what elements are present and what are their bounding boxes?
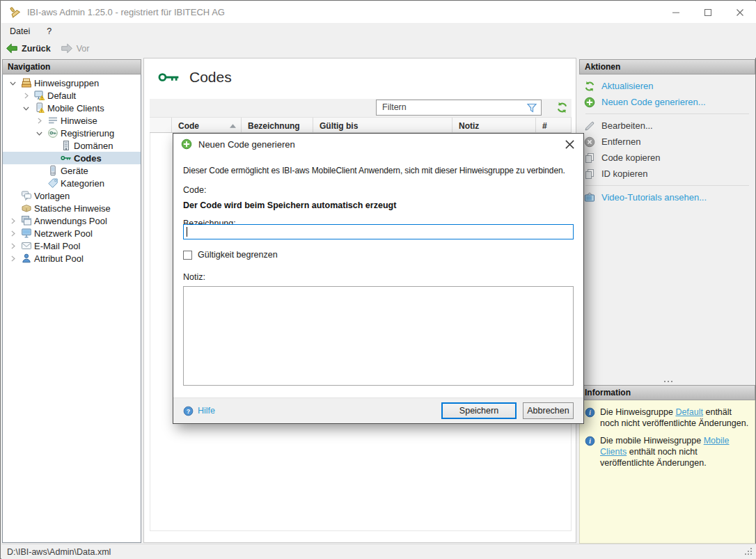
network-icon xyxy=(21,228,32,239)
info-item: iDie Hinweisgruppe Default enthält noch … xyxy=(580,400,755,429)
add-icon xyxy=(181,139,192,150)
filter-input[interactable]: Filtern xyxy=(376,100,542,116)
key-icon xyxy=(158,71,180,84)
column-header-gültig-bis[interactable]: Gültig bis xyxy=(313,118,452,132)
svg-text:?: ? xyxy=(187,407,190,414)
nav-item-netzwerk-pool[interactable]: Netzwerk Pool xyxy=(3,227,141,239)
chevron-down-icon[interactable] xyxy=(20,104,32,113)
column-header-notiz[interactable]: Notiz xyxy=(452,118,536,132)
column-header-bezeichnung[interactable]: Bezeichnung xyxy=(242,118,313,132)
nav-item-mobile-clients[interactable]: Mobile Clients xyxy=(3,102,141,114)
chevron-right-icon[interactable] xyxy=(20,91,32,100)
bezeichnung-input[interactable] xyxy=(183,224,574,239)
chevron-right-icon[interactable] xyxy=(7,254,19,263)
nav-item-label: Domänen xyxy=(74,141,113,151)
expander-spacer xyxy=(7,191,19,200)
code-value: Der Code wird beim Speichern automatisch… xyxy=(183,200,396,210)
sort-asc-icon xyxy=(230,124,236,128)
nav-item-kategorien[interactable]: Kategorien xyxy=(3,177,141,189)
maximize-button[interactable] xyxy=(692,1,724,23)
minimize-button[interactable] xyxy=(660,1,692,23)
refresh-button[interactable] xyxy=(556,102,568,113)
save-button[interactable]: Speichern xyxy=(441,402,517,419)
status-bar: D:\IBI-aws\Admin\Data.xml xyxy=(1,544,756,559)
nav-item-label: Attribut Pool xyxy=(34,253,84,264)
nav-item-label: Hinweise xyxy=(61,116,97,126)
text-caret xyxy=(187,227,187,237)
dialog-title-bar: Neuen Code generieren xyxy=(173,134,583,155)
action-bearbeiten[interactable]: Bearbeiten... xyxy=(579,118,755,134)
page-title-row: Codes xyxy=(158,69,232,86)
dialog-close-button[interactable] xyxy=(565,139,575,150)
nav-item-label: Geräte xyxy=(61,166,88,176)
expander-spacer xyxy=(7,204,19,213)
action-code-kopieren[interactable]: Code kopieren xyxy=(579,150,755,166)
resize-grip-icon[interactable] xyxy=(745,548,753,556)
notes-icon xyxy=(47,115,58,126)
chevron-down-icon[interactable] xyxy=(7,79,19,88)
chevron-right-icon[interactable] xyxy=(33,116,45,125)
action-id-kopieren[interactable]: ID kopieren xyxy=(579,166,755,182)
nav-item-label: Hinweisgruppen xyxy=(34,78,99,88)
action-label: Code kopieren xyxy=(601,152,661,163)
splitter-grip[interactable] xyxy=(579,377,755,385)
nav-item-hinweisgruppen[interactable]: Hinweisgruppen xyxy=(3,77,141,89)
actions-header: Aktionen xyxy=(579,59,755,74)
chevron-right-icon[interactable] xyxy=(7,242,19,251)
action-entfernen[interactable]: Entfernen xyxy=(579,134,755,150)
menu-bar: Datei ? xyxy=(1,23,756,39)
action-video-tutorials-ansehen[interactable]: Video-Tutorials ansehen... xyxy=(579,189,755,205)
tv-icon xyxy=(584,192,595,203)
nav-item-hinweise[interactable]: Hinweise xyxy=(3,114,141,127)
nav-item-domänen[interactable]: Domänen xyxy=(3,139,141,152)
action-aktualisieren[interactable]: Aktualisieren xyxy=(579,78,755,94)
info-link-default[interactable]: Default xyxy=(675,407,703,417)
nav-item-label: Statische Hinweise xyxy=(34,203,111,214)
nav-item-anwendungs-pool[interactable]: Anwendungs Pool xyxy=(3,214,141,227)
help-link[interactable]: ? Hilfe xyxy=(183,406,215,416)
action-label: ID kopieren xyxy=(601,168,647,179)
nav-item-e-mail-pool[interactable]: E-Mail Pool xyxy=(3,239,141,252)
nav-item-statische-hinweise[interactable]: Statische Hinweise xyxy=(3,202,141,214)
back-button[interactable]: Zurück xyxy=(6,43,51,54)
monitor-warning-icon xyxy=(34,90,45,101)
menu-help[interactable]: ? xyxy=(47,26,52,36)
action-neuen-code-generieren[interactable]: Neuen Code generieren... xyxy=(579,94,755,110)
column-header-[interactable]: # xyxy=(536,118,572,132)
column-header-code[interactable]: Code xyxy=(172,118,242,132)
tag-icon xyxy=(47,178,58,189)
nav-item-label: Netzwerk Pool xyxy=(34,228,93,239)
validity-checkbox[interactable] xyxy=(183,251,192,260)
dialog-buttons: Speichern Abbrechen xyxy=(441,402,574,419)
layers-icon xyxy=(21,77,32,88)
nav-item-default[interactable]: Default xyxy=(3,89,141,102)
copy-icon xyxy=(584,168,595,180)
notiz-textarea[interactable] xyxy=(183,286,574,386)
nav-item-registrierung[interactable]: Registrierung xyxy=(3,127,141,139)
cancel-button[interactable]: Abbrechen xyxy=(523,402,574,419)
svg-text:i: i xyxy=(589,438,591,445)
validity-checkbox-label: Gültigkeit begrenzen xyxy=(198,250,278,260)
chevron-down-icon[interactable] xyxy=(33,129,45,138)
maximize-icon xyxy=(704,8,712,17)
validity-checkbox-row: Gültigkeit begrenzen xyxy=(183,250,278,260)
nav-item-label: Mobile Clients xyxy=(47,103,104,113)
table-header: CodeBezeichnungGültig bisNotiz# xyxy=(150,117,572,133)
close-button[interactable] xyxy=(724,1,756,23)
chevron-right-icon[interactable] xyxy=(7,229,19,238)
copy-icon xyxy=(584,152,595,164)
box-icon xyxy=(21,203,32,214)
nav-item-attribut-pool[interactable]: Attribut Pool xyxy=(3,252,141,265)
column-header-blank[interactable] xyxy=(150,118,172,132)
nav-item-vorlagen[interactable]: Vorlagen xyxy=(3,189,141,202)
forward-button[interactable]: Vor xyxy=(61,43,90,54)
nav-item-codes[interactable]: Codes xyxy=(3,152,141,164)
info-text: Die mobile Hinweisgruppe Mobile Clients … xyxy=(600,435,749,469)
filter-toolbar: Filtern xyxy=(150,99,572,117)
window-controls xyxy=(660,1,756,23)
nav-item-geräte[interactable]: Geräte xyxy=(3,164,141,177)
menu-datei[interactable]: Datei xyxy=(10,26,30,36)
chevron-right-icon[interactable] xyxy=(7,216,19,226)
column-label: Code xyxy=(178,121,199,131)
nav-item-label: Default xyxy=(47,90,76,101)
